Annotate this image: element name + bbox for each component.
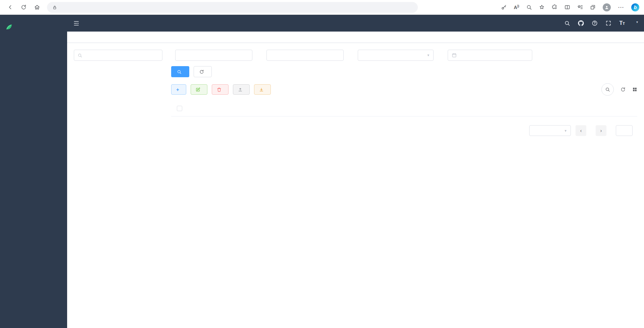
browser-profile-avatar[interactable] xyxy=(603,3,611,11)
back-icon[interactable] xyxy=(5,2,15,13)
topbar-actions: TT ▾ xyxy=(564,20,638,27)
user-panel: ▾ xyxy=(171,50,637,321)
page-content: ▾ xyxy=(67,43,644,328)
dept-panel xyxy=(74,50,162,321)
search-icon[interactable] xyxy=(564,20,570,26)
browser-actions: A)) ⋯ b xyxy=(501,3,639,11)
sidebar xyxy=(0,15,67,328)
add-button[interactable]: + xyxy=(171,84,186,95)
page-size-select[interactable]: ▾ xyxy=(529,125,571,136)
download-icon xyxy=(259,87,264,92)
app-logo xyxy=(0,15,67,39)
search-icon xyxy=(605,87,610,92)
refresh-table-button[interactable] xyxy=(621,87,626,92)
search-button[interactable] xyxy=(171,66,189,77)
tab-bar xyxy=(67,32,644,43)
edit-icon xyxy=(196,87,200,92)
prev-page-button[interactable]: ‹ xyxy=(576,125,586,136)
column-settings-button[interactable] xyxy=(632,87,637,92)
search-icon xyxy=(177,69,182,74)
extensions-icon[interactable] xyxy=(552,4,557,10)
column-header xyxy=(481,100,511,116)
address-bar[interactable] xyxy=(47,2,418,13)
fullscreen-icon[interactable] xyxy=(605,20,611,26)
chevron-down-icon: ▾ xyxy=(427,53,429,57)
column-header xyxy=(314,100,369,116)
username-input[interactable] xyxy=(175,50,252,61)
column-header xyxy=(590,100,637,116)
help-icon[interactable] xyxy=(592,20,598,26)
column-header xyxy=(259,100,314,116)
split-screen-icon[interactable] xyxy=(564,4,570,10)
goto-page-input[interactable] xyxy=(616,125,633,136)
topbar: TT ▾ xyxy=(67,15,644,32)
collapse-sidebar-icon[interactable] xyxy=(73,20,80,27)
upload-icon xyxy=(238,87,243,92)
table-header-row xyxy=(171,100,637,116)
trash-icon xyxy=(217,87,221,92)
lock-icon xyxy=(52,5,57,10)
export-button[interactable] xyxy=(254,84,271,95)
plus-icon: + xyxy=(176,87,179,92)
filter-form: ▾ xyxy=(171,50,637,61)
dept-search-input[interactable] xyxy=(74,50,162,61)
read-aloud-icon[interactable]: A)) xyxy=(514,4,519,10)
toggle-search-button[interactable] xyxy=(601,83,614,96)
column-header xyxy=(370,100,424,116)
refresh-page-icon[interactable] xyxy=(18,2,29,13)
status-select[interactable]: ▾ xyxy=(358,50,434,61)
collections-icon[interactable] xyxy=(590,4,596,10)
favorites-icon[interactable] xyxy=(577,4,583,10)
calendar-icon xyxy=(452,53,457,58)
edit-button[interactable] xyxy=(191,84,207,95)
font-size-icon[interactable]: TT xyxy=(619,20,625,26)
phone-input[interactable] xyxy=(266,50,344,61)
add-favorite-icon[interactable] xyxy=(539,4,545,10)
copilot-icon[interactable]: b xyxy=(631,3,639,11)
refresh-icon xyxy=(199,69,204,74)
browser-toolbar: A)) ⋯ b xyxy=(0,0,644,15)
chevron-down-icon: ▾ xyxy=(564,129,566,133)
sidebar-menu xyxy=(0,39,67,44)
date-range-picker[interactable] xyxy=(448,50,532,61)
search-actions xyxy=(171,66,637,77)
reset-button[interactable] xyxy=(194,66,212,77)
chevron-down-icon: ▾ xyxy=(636,20,638,27)
import-button[interactable] xyxy=(233,84,250,95)
next-page-button[interactable]: › xyxy=(596,125,606,136)
home-icon[interactable] xyxy=(32,2,42,13)
pagination: ▾ ‹ › xyxy=(171,125,637,136)
browser-menu-icon[interactable]: ⋯ xyxy=(618,6,624,9)
delete-button[interactable] xyxy=(212,84,229,95)
logo-leaf-icon xyxy=(5,23,13,31)
select-all-checkbox[interactable] xyxy=(177,106,182,111)
password-key-icon[interactable] xyxy=(501,4,507,10)
column-header xyxy=(511,100,590,116)
column-header xyxy=(188,100,259,116)
user-table xyxy=(171,100,637,116)
search-icon xyxy=(78,53,82,58)
table-settings xyxy=(601,83,637,96)
zoom-icon[interactable] xyxy=(526,4,532,10)
table-toolbar: + xyxy=(171,83,637,96)
column-header xyxy=(424,100,481,116)
github-icon[interactable] xyxy=(578,20,584,26)
